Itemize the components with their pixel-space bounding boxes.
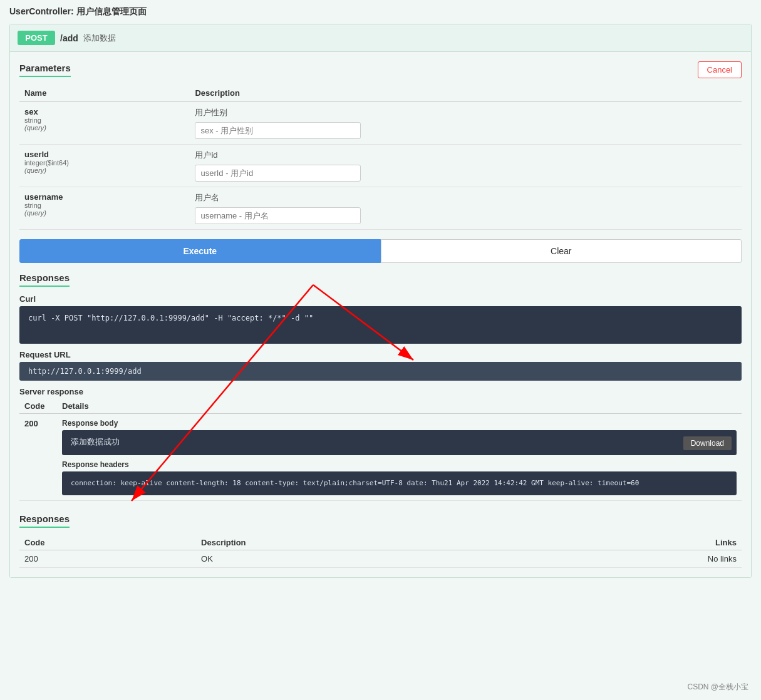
bottom-code: 200 (19, 550, 196, 567)
param-name: username (24, 192, 185, 202)
parameters-header: Parameters Cancel (19, 61, 742, 78)
param-name: sex (24, 107, 185, 116)
responses-section: Responses Curl curl -X POST "http://127.… (19, 272, 742, 501)
param-row: sex string (query) 用户性别 (19, 102, 742, 145)
param-input[interactable] (195, 122, 361, 139)
method-badge: POST (18, 31, 55, 45)
cancel-button[interactable]: Cancel (698, 61, 742, 78)
param-input[interactable] (195, 207, 361, 224)
endpoint-section: POST /add 添加数据 Parameters Cancel Name De… (9, 24, 752, 578)
action-row: Execute Clear (19, 239, 742, 263)
execute-button[interactable]: Execute (19, 239, 381, 263)
response-headers-block: connection: keep-alive content-length: 1… (62, 471, 737, 495)
endpoint-header: POST /add 添加数据 (10, 24, 751, 51)
server-response-table: Code Details 200 Response body 添加数据成功 Do… (19, 399, 742, 501)
response-details: Response body 添加数据成功 Download Response h… (57, 414, 742, 501)
response-body-text: 添加数据成功 (71, 437, 120, 446)
param-row: userId integer($int64) (query) 用户id (19, 145, 742, 187)
resp-col-code: Code (19, 399, 57, 414)
bottom-col-code: Code (19, 535, 196, 550)
response-headers-label: Response headers (62, 460, 737, 469)
request-url-block: Request URL http://127.0.0.1:9999/add (19, 350, 742, 381)
col-name: Name (19, 85, 190, 102)
request-url-value: http://127.0.0.1:9999/add (19, 362, 742, 381)
parameters-table: Name Description sex string (query) 用户性别… (19, 85, 742, 230)
server-response-row: 200 Response body 添加数据成功 Download Respon… (19, 414, 742, 501)
param-input[interactable] (195, 165, 361, 182)
response-body-label: Response body (62, 419, 737, 428)
parameters-title: Parameters (19, 63, 71, 77)
bottom-description: OK (196, 550, 515, 567)
server-response-label: Server response (19, 387, 742, 396)
response-body-block: 添加数据成功 Download (62, 430, 737, 455)
param-name: userId (24, 150, 185, 159)
bottom-col-links: Links (515, 535, 742, 550)
bottom-col-description: Description (196, 535, 515, 550)
param-desc: 用户性别 (195, 107, 737, 118)
responses-bottom-table: Code Description Links 200 OK No links (19, 535, 742, 568)
param-row: username string (query) 用户名 (19, 187, 742, 230)
responses-title: Responses (19, 272, 70, 287)
response-code: 200 (19, 414, 57, 501)
param-location: (query) (24, 167, 185, 174)
resp-col-details: Details (57, 399, 742, 414)
endpoint-desc: 添加数据 (83, 33, 116, 44)
bottom-links: No links (515, 550, 742, 567)
responses-bottom-title: Responses (19, 513, 70, 528)
curl-block: Curl curl -X POST "http://127.0.0.1:9999… (19, 294, 742, 344)
endpoint-body: Parameters Cancel Name Description sex s… (10, 51, 751, 577)
col-description: Description (190, 85, 742, 102)
endpoint-path: /add (60, 33, 78, 43)
param-type: integer($int64) (24, 159, 185, 167)
param-desc: 用户名 (195, 192, 737, 203)
param-desc: 用户id (195, 150, 737, 161)
page-title: UserController: 用户信息管理页面 (9, 6, 752, 18)
clear-button[interactable]: Clear (381, 239, 742, 263)
download-button[interactable]: Download (683, 436, 732, 450)
param-location: (query) (24, 124, 185, 131)
responses-bottom-row: 200 OK No links (19, 550, 742, 567)
curl-value: curl -X POST "http://127.0.0.1:9999/add"… (19, 306, 742, 344)
curl-label: Curl (19, 294, 742, 304)
param-location: (query) (24, 209, 185, 217)
watermark: CSDN @全栈小宝 (687, 682, 748, 692)
param-type: string (24, 116, 185, 124)
param-type: string (24, 202, 185, 209)
request-url-label: Request URL (19, 350, 742, 359)
responses-bottom-section: Responses Code Description Links 200 OK … (19, 513, 742, 568)
